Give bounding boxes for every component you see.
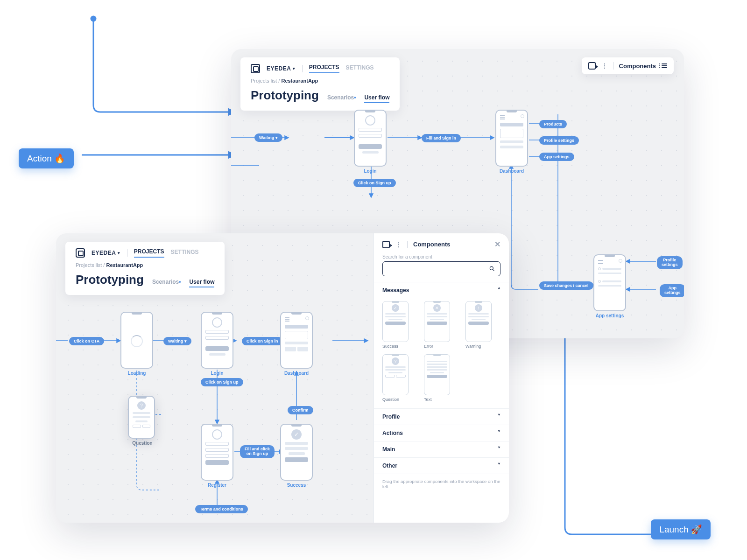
section-actions[interactable]: Actions˅	[374, 425, 509, 441]
close-icon[interactable]: ✕	[494, 240, 500, 249]
window-front: EYEDEA▾ PROJECTS SETTINGS Projects list …	[56, 233, 509, 523]
svg-point-46	[490, 266, 493, 270]
pill-app-settings[interactable]: App settings	[539, 153, 574, 161]
screen-dashboard-b[interactable]	[280, 312, 313, 369]
pill-fill-signin[interactable]: Fill and Sign in	[422, 134, 461, 142]
pill-profile-settings[interactable]: Profile settings	[539, 136, 579, 145]
search-icon	[489, 266, 495, 272]
chevron-down-icon: ˅	[498, 446, 500, 453]
components-panel: ⋮ Components ✕ Search for a component Me…	[374, 233, 509, 523]
svg-marker-15	[369, 194, 373, 197]
more-icon[interactable]: ⋮	[395, 241, 402, 248]
section-main[interactable]: Main˅	[374, 441, 509, 457]
pill-fill-click-signup[interactable]: Fill and clickon Sign up	[240, 445, 275, 458]
svg-marker-5	[285, 136, 289, 140]
component-text[interactable]: Text	[424, 354, 459, 402]
svg-marker-23	[626, 259, 630, 263]
screen-success[interactable]: ✓	[280, 424, 313, 481]
svg-marker-37	[364, 339, 368, 343]
pill-profile-settings-2[interactable]: Profilesettings	[657, 256, 683, 269]
search-input[interactable]	[382, 261, 500, 276]
pill-terms[interactable]: Terms and conditions	[195, 505, 248, 513]
screen-loading[interactable]	[120, 312, 153, 369]
search-label: Search for a component	[382, 254, 500, 259]
section-other[interactable]: Other˅	[374, 457, 509, 474]
component-question[interactable]: ? Question	[382, 354, 417, 402]
svg-marker-25	[626, 287, 630, 291]
component-warning[interactable]: ! Warning	[465, 301, 500, 349]
section-profile[interactable]: Profile˅	[374, 408, 509, 425]
svg-marker-11	[418, 136, 422, 140]
shape-picker-icon[interactable]	[382, 241, 390, 248]
section-messages[interactable]: Messages˄	[374, 282, 509, 298]
outer-connector-top	[0, 0, 243, 168]
screen-question[interactable]: ?	[128, 396, 155, 439]
chevron-up-icon: ˄	[498, 287, 500, 294]
screen-register[interactable]	[201, 424, 233, 481]
screen-login-b[interactable]	[201, 312, 233, 369]
chevron-down-icon: ˅	[498, 462, 500, 469]
panel-hint: Drag the appropriate components into the…	[374, 474, 509, 497]
panel-title: Components	[413, 241, 450, 248]
screen-app-settings[interactable]	[593, 254, 626, 311]
svg-marker-29	[117, 339, 120, 343]
pill-click-cta[interactable]: Click on CTA	[69, 337, 104, 345]
launch-chip[interactable]: Launch 🚀	[651, 519, 711, 539]
pill-waiting-b[interactable]: Waiting ▾	[163, 337, 191, 345]
svg-marker-39	[215, 420, 219, 424]
pill-click-signup[interactable]: Click on Sign up	[353, 179, 396, 187]
pill-click-signin[interactable]: Click on Sign in	[242, 337, 283, 345]
screen-dashboard[interactable]	[495, 110, 528, 167]
pill-products[interactable]: Products	[539, 120, 567, 128]
pill-confirm[interactable]: Confirm	[288, 406, 313, 414]
pill-click-signup-b[interactable]: Click on Sign up	[201, 378, 243, 386]
svg-line-47	[493, 270, 494, 271]
svg-point-0	[91, 16, 96, 21]
pill-waiting[interactable]: Waiting ▾	[254, 133, 282, 142]
svg-marker-13	[490, 136, 494, 140]
pill-app-settings-2[interactable]: Appsettings	[660, 284, 684, 297]
chevron-down-icon: ˅	[498, 413, 500, 420]
component-error[interactable]: ✕ Error	[424, 301, 459, 349]
chevron-down-icon: ˅	[498, 430, 500, 436]
pill-save-cancel[interactable]: Save changes / cancel	[539, 281, 593, 290]
action-chip[interactable]: Action 🔥	[19, 148, 74, 168]
screen-login[interactable]	[354, 110, 387, 167]
component-success[interactable]: ✓ Success	[382, 301, 417, 349]
